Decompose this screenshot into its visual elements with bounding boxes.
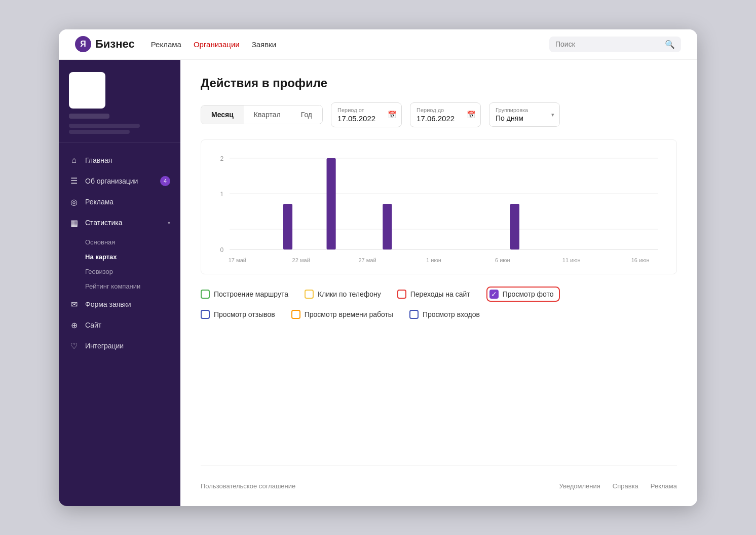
svg-text:1 июн: 1 июн <box>426 257 441 263</box>
stats-chevron-icon: ▾ <box>168 220 170 226</box>
calendar-from-icon: 📅 <box>388 111 396 119</box>
svg-text:1: 1 <box>220 191 223 198</box>
date-to-field[interactable]: Период до 17.06.2022 📅 <box>410 102 481 127</box>
sidebar-label-reklama: Реклама <box>85 198 114 206</box>
checkbox-sajt-perekhod[interactable] <box>397 290 406 299</box>
tab-quarter[interactable]: Квартал <box>244 105 291 124</box>
avatar <box>69 72 105 109</box>
date-from-label: Период от <box>337 107 395 113</box>
grouping-label: Группировка <box>496 107 553 113</box>
tab-month[interactable]: Месяц <box>201 105 244 124</box>
legend-otzyvy[interactable]: Просмотр отзывов <box>201 310 275 319</box>
tab-year[interactable]: Год <box>291 105 322 124</box>
checkbox-vkhody[interactable] <box>409 310 419 319</box>
sidebar-subitem-osnovnaya[interactable]: Основная <box>85 235 180 249</box>
legend-foto[interactable]: ✓ Просмотр фото <box>489 290 554 299</box>
app-window: Я Бизнес Реклама Организации Заявки 🔍 <box>59 29 697 506</box>
search-bar[interactable]: 🔍 <box>549 37 681 52</box>
sidebar-item-glavnaya[interactable]: ⌂ Главная <box>59 151 180 170</box>
legend-telefon[interactable]: Клики по телефону <box>305 290 381 299</box>
footer-reklama[interactable]: Реклама <box>651 482 677 490</box>
legend-row-2: Просмотр отзывов Просмотр времени работы… <box>201 310 677 319</box>
sidebar-label-sajt: Сайт <box>85 321 101 329</box>
svg-rect-7 <box>283 204 292 249</box>
integracii-icon: ♡ <box>69 341 79 351</box>
stats-icon: ▦ <box>69 218 79 228</box>
svg-text:6 июн: 6 июн <box>495 257 510 263</box>
stats-subnav: Основная На картах Геовизор Рейтинг комп… <box>59 234 180 294</box>
sidebar-item-integracii[interactable]: ♡ Интеграции <box>59 336 180 356</box>
legend-sajt-perekhod[interactable]: Переходы на сайт <box>397 290 470 299</box>
sidebar-label-forma: Форма заявки <box>85 300 131 308</box>
legend-marshrut[interactable]: Построение маршрута <box>201 290 288 299</box>
grouping-value: По дням <box>496 114 553 122</box>
forma-icon: ✉ <box>69 300 79 309</box>
legend-label-marshrut: Построение маршрута <box>214 290 288 298</box>
legend-label-foto: Просмотр фото <box>503 290 554 298</box>
period-tabs: Месяц Квартал Год <box>201 105 323 124</box>
profile-section <box>59 60 180 142</box>
svg-rect-10 <box>510 204 519 249</box>
search-input[interactable] <box>555 40 661 48</box>
legend-label-telefon: Клики по телефону <box>318 290 381 298</box>
ob-org-badge: 4 <box>160 176 170 186</box>
sidebar-label-glavnaya: Главная <box>85 156 112 164</box>
home-icon: ⌂ <box>69 156 79 165</box>
sidebar-subitem-rejting[interactable]: Рейтинг компании <box>85 279 180 294</box>
chart-area: 2 1 0 17 май 22 май <box>209 148 668 270</box>
controls-row: Месяц Квартал Год Период от 17.05.2022 📅… <box>201 102 677 127</box>
logo-text: Бизнес <box>95 38 135 51</box>
svg-rect-9 <box>383 204 392 249</box>
nav-zayavki[interactable]: Заявки <box>252 40 276 49</box>
sidebar-subitem-geovizor[interactable]: Геовизор <box>85 264 180 279</box>
date-from-value: 17.05.2022 <box>337 114 395 123</box>
svg-text:17 май: 17 май <box>229 257 246 263</box>
main-nav: Реклама Организации Заявки <box>151 40 276 49</box>
sidebar-item-statistika[interactable]: ▦ Статистика ▾ <box>59 213 180 233</box>
logo[interactable]: Я Бизнес <box>75 36 135 52</box>
svg-text:27 май: 27 май <box>358 257 376 263</box>
profile-name-blur <box>69 114 170 134</box>
reklama-icon: ◎ <box>69 197 79 207</box>
footer-right: Уведомления Справка Реклама <box>559 482 677 490</box>
sidebar-item-ob-org[interactable]: ☰ Об организации 4 <box>59 171 180 191</box>
svg-text:11 июн: 11 июн <box>562 257 581 263</box>
legend-row-1: Построение маршрута Клики по телефону Пе… <box>201 287 677 302</box>
date-to-value: 17.06.2022 <box>417 114 474 123</box>
main-content: Действия в профиле Месяц Квартал Год Пер… <box>180 60 697 506</box>
sidebar-item-forma[interactable]: ✉ Форма заявки <box>59 295 180 314</box>
search-icon: 🔍 <box>665 40 675 49</box>
chart-container: 2 1 0 17 май 22 май <box>201 139 677 274</box>
sidebar-item-sajt[interactable]: ⊕ Сайт <box>59 315 180 335</box>
checkbox-otzyvy[interactable] <box>201 310 210 319</box>
footer-uvedomleniya[interactable]: Уведомления <box>559 482 600 490</box>
svg-text:2: 2 <box>220 155 223 162</box>
checkbox-telefon[interactable] <box>305 290 314 299</box>
svg-rect-8 <box>327 158 336 249</box>
grouping-field[interactable]: Группировка По дням ▾ <box>489 102 560 127</box>
svg-text:0: 0 <box>220 246 223 254</box>
checkbox-vremya[interactable] <box>291 310 300 319</box>
legend-label-sajt-perekhod: Переходы на сайт <box>410 290 470 298</box>
calendar-to-icon: 📅 <box>467 111 475 119</box>
legend-foto-wrapper: ✓ Просмотр фото <box>486 287 560 302</box>
nav-reklama[interactable]: Реклама <box>151 40 181 49</box>
footer-spravka[interactable]: Справка <box>613 482 638 490</box>
grouping-chevron-icon: ▾ <box>551 112 554 118</box>
legend: Построение маршрута Клики по телефону Пе… <box>201 287 677 319</box>
page-title: Действия в профиле <box>201 76 677 90</box>
footer-soglashenie[interactable]: Пользовательское соглашение <box>201 482 295 490</box>
legend-vremya[interactable]: Просмотр времени работы <box>291 310 393 319</box>
sidebar-nav: ⌂ Главная ☰ Об организации 4 ◎ Реклама ▦ <box>59 142 180 364</box>
sidebar-item-reklama[interactable]: ◎ Реклама <box>59 192 180 212</box>
sajt-icon: ⊕ <box>69 320 79 330</box>
sidebar-label-statistika: Статистика <box>85 219 123 227</box>
checkbox-foto[interactable]: ✓ <box>489 290 499 299</box>
checkbox-marshrut[interactable] <box>201 290 210 299</box>
legend-vkhody[interactable]: Просмотр входов <box>409 310 480 319</box>
nav-organizacii[interactable]: Организации <box>194 40 240 49</box>
legend-label-vremya: Просмотр времени работы <box>305 310 393 318</box>
sidebar-subitem-na-kartah[interactable]: На картах <box>85 249 180 264</box>
header: Я Бизнес Реклама Организации Заявки 🔍 <box>59 29 697 60</box>
date-from-field[interactable]: Период от 17.05.2022 📅 <box>331 102 402 127</box>
